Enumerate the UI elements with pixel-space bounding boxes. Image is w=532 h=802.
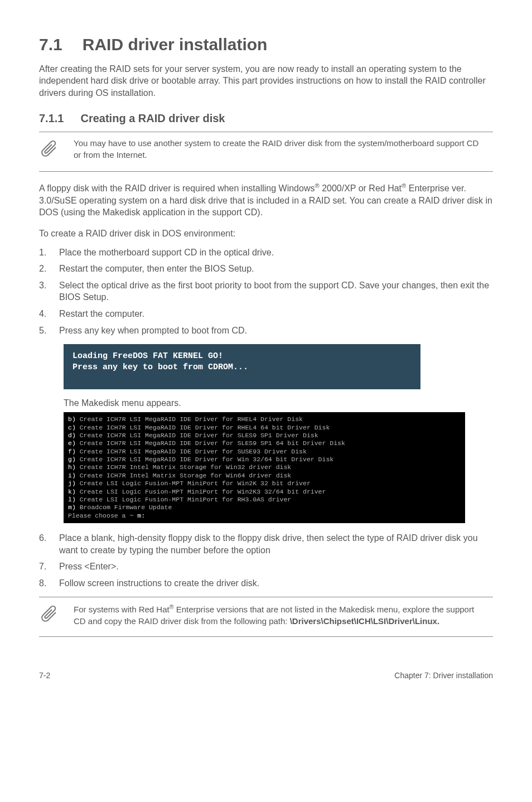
- menu-text: Create LSI Logic Fusion-MPT MiniPort for…: [76, 496, 291, 503]
- paperclip-icon: [39, 139, 62, 166]
- menu-key: c): [68, 424, 76, 431]
- list-item: 3.Select the optical drive as the first …: [39, 279, 493, 303]
- step-num: 2.: [39, 263, 59, 275]
- menu-key: g): [68, 456, 76, 463]
- menu-key: f): [68, 448, 76, 455]
- menu-text: Create ICH7R LSI MegaRAID IDE Driver for…: [76, 456, 333, 463]
- steps-list-b: 6.Place a blank, high-density floppy dis…: [39, 532, 493, 589]
- step-num: 5.: [39, 325, 59, 337]
- step-num: 7.: [39, 561, 59, 573]
- paperclip-icon: [39, 604, 62, 631]
- list-item: 7.Press <Enter>.: [39, 561, 493, 573]
- note-text: You may have to use another system to cr…: [74, 138, 493, 161]
- menu-key: d): [68, 432, 76, 439]
- note-block: For systems with Red Hat® Enterprise ver…: [39, 597, 493, 637]
- reg-mark: ®: [315, 182, 319, 189]
- step-num: 3.: [39, 279, 59, 303]
- list-item: 2.Restart the computer, then enter the B…: [39, 263, 493, 275]
- page-footer: 7-2 Chapter 7: Driver installation: [39, 670, 493, 681]
- note-text: For systems with Red Hat® Enterprise ver…: [74, 603, 493, 627]
- menu-text: Create ICH7R LSI MegaRAID IDE Driver for…: [76, 416, 303, 423]
- menu-key: m): [68, 504, 76, 511]
- body-part-a: A floppy disk with the RAID driver is re…: [39, 183, 315, 193]
- section-title: RAID driver installation: [83, 35, 268, 54]
- caption-text: The Makedisk menu appears.: [64, 397, 493, 409]
- note2-a: For systems with Red Hat: [74, 605, 170, 614]
- body-part-b: 2000/XP or Red Hat: [320, 183, 402, 193]
- list-item: 8.Follow screen instructions to create t…: [39, 577, 493, 590]
- intro-paragraph: After creating the RAID sets for your se…: [39, 63, 493, 99]
- menu-text: Create LSI Logic Fusion-MPT MiniPort for…: [76, 488, 326, 495]
- subsection-heading: 7.1.1Creating a RAID driver disk: [39, 111, 493, 126]
- terminal-line: Loading FreeDOS FAT KERNEL GO!: [72, 351, 223, 361]
- makedisk-menu: b) Create ICH7R LSI MegaRAID IDE Driver …: [64, 412, 465, 523]
- step-text: Restart the computer, then enter the BIO…: [59, 263, 493, 275]
- section-num: 7.1: [39, 33, 62, 56]
- list-item: 5.Press any key when prompted to boot fr…: [39, 325, 493, 337]
- step-num: 8.: [39, 577, 59, 590]
- menu-key: k): [68, 488, 76, 495]
- menu-text: Broadcom Firmware Update: [76, 504, 172, 511]
- step-text: Press <Enter>.: [59, 561, 493, 573]
- menu-text: Create ICH7R Intel Matrix Storage for Wi…: [76, 463, 291, 471]
- note2-path: \Drivers\Chipset\ICH\LSI\Driver\Linux.: [290, 616, 439, 626]
- menu-key: e): [68, 439, 76, 447]
- menu-key: i): [68, 472, 76, 479]
- menu-text: Create ICH7R LSI MegaRAID IDE Driver for…: [76, 439, 345, 447]
- step-text: Restart the computer.: [59, 308, 493, 320]
- list-intro: To create a RAID driver disk in DOS envi…: [39, 228, 493, 240]
- menu-text: Create LSI Logic Fusion-MPT MiniPort for…: [76, 480, 311, 487]
- menu-text: Create ICH7R Intel Matrix Storage for Wi…: [76, 472, 291, 479]
- menu-key: j): [68, 480, 76, 487]
- step-text: Place a blank, high-density floppy disk …: [59, 532, 493, 556]
- menu-prompt-a: Please choose a ~: [68, 512, 137, 519]
- list-item: 1.Place the motherboard support CD in th…: [39, 247, 493, 259]
- menu-key: b): [68, 416, 76, 423]
- menu-text: Create ICH7R LSI MegaRAID IDE Driver for…: [76, 448, 307, 455]
- steps-list-a: 1.Place the motherboard support CD in th…: [39, 247, 493, 337]
- step-text: Place the motherboard support CD in the …: [59, 247, 493, 259]
- menu-prompt-b: m:: [137, 512, 145, 519]
- step-text: Follow screen instructions to create the…: [59, 577, 493, 590]
- menu-key: h): [68, 463, 76, 471]
- step-num: 1.: [39, 247, 59, 259]
- subsection-num: 7.1.1: [39, 111, 64, 126]
- terminal-line: Press any key to boot from CDROM...: [72, 363, 248, 372]
- subsection-title: Creating a RAID driver disk: [80, 112, 225, 124]
- section-heading: 7.1RAID driver installation: [39, 33, 493, 56]
- body-paragraph: A floppy disk with the RAID driver is re…: [39, 182, 493, 219]
- menu-text: Create ICH7R LSI MegaRAID IDE Driver for…: [76, 424, 330, 431]
- menu-text: Create ICH7R LSI MegaRAID IDE Driver for…: [76, 432, 318, 439]
- step-text: Select the optical drive as the first bo…: [59, 279, 493, 303]
- terminal-output: Loading FreeDOS FAT KERNEL GO! Press any…: [64, 344, 420, 389]
- step-num: 6.: [39, 532, 59, 556]
- step-text: Press any key when prompted to boot from…: [59, 325, 493, 337]
- menu-key: l): [68, 496, 76, 503]
- page-number: 7-2: [39, 670, 50, 681]
- list-item: 4.Restart the computer.: [39, 308, 493, 320]
- note-block: You may have to use another system to cr…: [39, 132, 493, 172]
- chapter-label: Chapter 7: Driver installation: [394, 670, 493, 681]
- list-item: 6.Place a blank, high-density floppy dis…: [39, 532, 493, 556]
- step-num: 4.: [39, 308, 59, 320]
